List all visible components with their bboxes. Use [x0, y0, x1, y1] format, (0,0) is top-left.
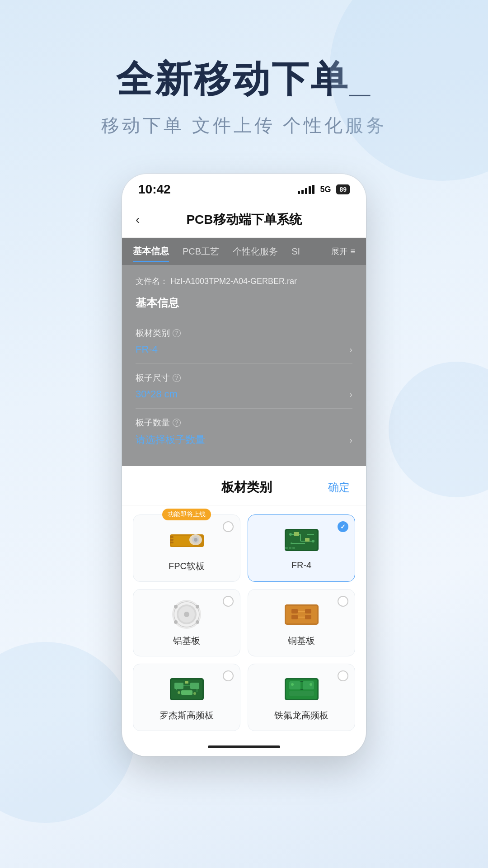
- option-rogers[interactable]: 罗杰斯高频板: [133, 664, 240, 731]
- field-board-quantity-value-row: 请选择板子数量 ›: [136, 433, 352, 447]
- option-fpc[interactable]: 功能即将上线: [133, 514, 240, 582]
- svg-point-60: [310, 683, 312, 686]
- svg-rect-49: [185, 681, 188, 684]
- tab-si[interactable]: SI: [291, 243, 300, 260]
- coming-soon-badge: 功能即将上线: [162, 509, 211, 520]
- option-copper[interactable]: 铜基板: [248, 589, 355, 656]
- help-icon-board-quantity: ?: [173, 419, 181, 427]
- option-fpc-radio: [223, 521, 234, 532]
- ptfe-icon: [281, 673, 322, 705]
- svg-rect-36: [291, 615, 298, 619]
- menu-icon: ≡: [350, 247, 355, 256]
- help-icon-board-type: ?: [173, 329, 181, 337]
- main-content: 基本信息 PCB工艺 个性化服务 SI 展开 ≡ 文件名： HzI-A1003T…: [122, 238, 366, 756]
- svg-point-30: [174, 620, 178, 624]
- field-board-size[interactable]: 板子尺寸 ? 30*28 cm ›: [136, 364, 352, 409]
- status-time: 10:42: [138, 182, 171, 197]
- battery-badge: 89: [336, 184, 350, 194]
- option-rogers-radio: [223, 670, 234, 681]
- svg-rect-16: [305, 538, 310, 542]
- field-board-quantity[interactable]: 板子数量 ? 请选择板子数量 ›: [136, 409, 352, 455]
- copper-icon: [281, 599, 322, 630]
- svg-rect-15: [294, 532, 299, 536]
- tab-expand-button[interactable]: 展开 ≡: [331, 246, 355, 257]
- form-section-title: 基本信息: [136, 296, 352, 310]
- svg-rect-3: [170, 539, 174, 541]
- field-board-quantity-label: 板子数量 ?: [136, 417, 352, 429]
- option-ptfe-radio: [338, 670, 348, 681]
- svg-point-50: [178, 691, 180, 694]
- rogers-icon: [166, 673, 207, 705]
- svg-point-19: [291, 542, 292, 544]
- option-aluminum-label: 铝基板: [173, 635, 200, 647]
- svg-point-31: [196, 620, 199, 624]
- svg-rect-45: [181, 690, 192, 695]
- option-fr4[interactable]: FR-4: [248, 514, 355, 582]
- bottom-sheet-title: 板材类别: [165, 479, 328, 496]
- bottom-sheet: 板材类别 确定 功能即将上线: [122, 466, 366, 756]
- field-board-quantity-placeholder: 请选择板子数量: [136, 433, 205, 447]
- back-button[interactable]: ‹: [136, 212, 140, 227]
- option-aluminum[interactable]: 铝基板: [133, 589, 240, 656]
- home-bar: [208, 745, 280, 748]
- field-board-size-label: 板子尺寸 ?: [136, 372, 352, 384]
- option-copper-radio: [338, 596, 348, 607]
- file-name-row: 文件名： HzI-A1003TPM2-A04-GERBER.rar: [136, 276, 352, 287]
- tab-basic-info[interactable]: 基本信息: [133, 241, 169, 262]
- network-label: 5G: [320, 185, 331, 194]
- svg-rect-22: [292, 547, 295, 549]
- option-fr4-label: FR-4: [291, 560, 311, 571]
- svg-rect-43: [174, 683, 183, 689]
- option-fr4-radio: [338, 521, 348, 532]
- field-board-type-label: 板材类别 ?: [136, 327, 352, 339]
- svg-rect-2: [170, 536, 174, 538]
- option-copper-label: 铜基板: [288, 635, 315, 647]
- svg-rect-55: [303, 681, 314, 689]
- svg-point-59: [291, 683, 294, 686]
- field-board-type[interactable]: 板材类别 ? FR-4 ›: [136, 319, 352, 364]
- chevron-icon-3: ›: [349, 435, 352, 445]
- svg-rect-35: [291, 609, 298, 613]
- aluminum-icon: [166, 599, 207, 630]
- option-fpc-label: FPC软板: [169, 560, 205, 572]
- form-content: 文件名： HzI-A1003TPM2-A04-GERBER.rar 基本信息 板…: [122, 265, 366, 466]
- svg-rect-34: [286, 606, 317, 623]
- svg-point-7: [194, 538, 197, 542]
- svg-point-28: [174, 605, 178, 609]
- chevron-icon-2: ›: [349, 389, 352, 400]
- file-name-label: 文件名：: [136, 277, 168, 286]
- status-icons: 5G 89: [298, 184, 350, 194]
- option-aluminum-radio: [223, 596, 234, 607]
- field-board-type-value-row: FR-4 ›: [136, 344, 352, 355]
- bottom-sheet-header: 板材类别 确定: [122, 466, 366, 505]
- file-name-value: HzI-A1003TPM2-A04-GERBER.rar: [170, 277, 297, 286]
- help-icon-board-size: ?: [173, 374, 181, 382]
- option-rogers-label: 罗杰斯高频板: [160, 709, 214, 722]
- expand-label: 展开: [331, 246, 347, 257]
- nav-bar: ‹ PCB移动端下单系统: [122, 202, 366, 238]
- field-board-type-value: FR-4: [136, 344, 158, 355]
- signal-icon: [298, 185, 314, 194]
- svg-rect-54: [289, 681, 300, 689]
- svg-point-29: [196, 605, 199, 609]
- bottom-sheet-confirm-button[interactable]: 确定: [328, 480, 350, 495]
- home-indicator: [122, 740, 366, 756]
- fr4-icon: [281, 524, 322, 556]
- tab-bar: 基本信息 PCB工艺 个性化服务 SI 展开 ≡: [122, 238, 366, 265]
- nav-title: PCB移动端下单系统: [186, 211, 301, 228]
- tab-personalized[interactable]: 个性化服务: [233, 242, 278, 261]
- options-grid: 功能即将上线: [122, 505, 366, 740]
- phone-mockup: 10:42 5G 89 ‹ PCB移动端下单系统 基本信息: [122, 174, 366, 756]
- svg-point-51: [193, 692, 196, 695]
- option-ptfe-label: 铁氟龙高频板: [274, 709, 328, 722]
- field-board-size-value-row: 30*28 cm ›: [136, 388, 352, 400]
- svg-point-18: [312, 540, 314, 542]
- fpc-icon: [166, 524, 207, 556]
- svg-rect-37: [305, 609, 311, 613]
- svg-rect-20: [285, 547, 288, 549]
- option-ptfe[interactable]: 铁氟龙高频板: [248, 664, 355, 731]
- chevron-icon: ›: [349, 344, 352, 355]
- tab-pcb-craft[interactable]: PCB工艺: [183, 242, 219, 261]
- svg-point-32: [184, 612, 189, 617]
- svg-rect-4: [170, 542, 174, 543]
